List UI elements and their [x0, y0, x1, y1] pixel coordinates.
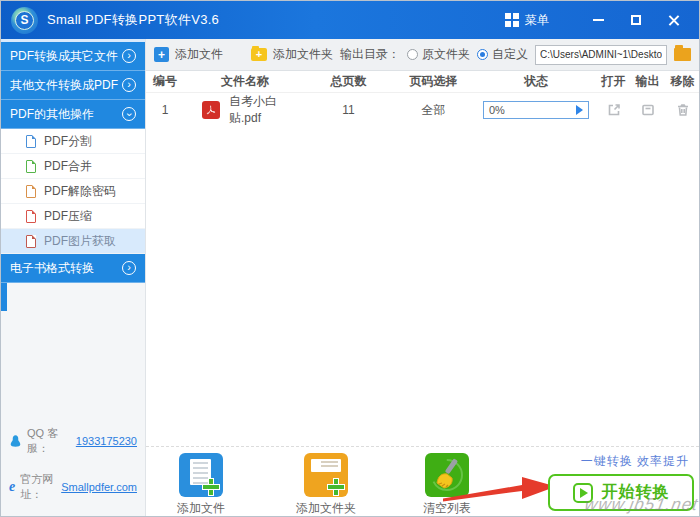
add-file-icon: +	[154, 47, 169, 62]
table-row: 1 自考小白贴.pdf 11 全部 0%	[146, 93, 699, 123]
open-external-icon	[606, 102, 622, 118]
chevron-down-icon: ›	[122, 107, 136, 121]
col-filename: 文件名称	[184, 73, 306, 90]
table-header: 编号 文件名称 总页数 页码选择 状态 打开 输出 移除	[146, 71, 699, 93]
file-name: 自考小白贴.pdf	[229, 93, 306, 127]
chevron-right-icon: ›	[122, 49, 136, 63]
add-file-big-icon	[179, 453, 223, 497]
sidebar-item-pdf-other-ops[interactable]: PDF的其他操作 ›	[1, 100, 145, 129]
pdf-file-icon	[202, 101, 220, 119]
radio-source-folder[interactable]: 原文件夹	[407, 46, 470, 63]
toolbar: + 添加文件 + 添加文件夹 输出目录： 原文件夹 自定义	[146, 39, 699, 71]
col-pages: 总页数	[306, 73, 391, 90]
promo-text: 一键转换 效率提升	[581, 453, 689, 470]
row-play-icon[interactable]	[576, 105, 583, 115]
col-output: 输出	[631, 73, 664, 90]
window-title: Small PDF转换PPT软件V3.6	[47, 11, 219, 29]
radio-unchecked-icon[interactable]	[407, 49, 418, 60]
sidebar-item-pdf-compress[interactable]: PDF压缩	[1, 204, 145, 229]
maximize-button[interactable]	[621, 8, 651, 32]
chevron-right-icon: ›	[122, 261, 136, 275]
bottom-bar: 添加文件 添加文件夹 清空列表	[146, 446, 699, 516]
browse-folder-icon[interactable]	[674, 48, 691, 61]
sidebar-item-pdf-unlock[interactable]: PDF解除密码	[1, 179, 145, 204]
progress-value: 0%	[489, 104, 505, 116]
output-dir-label: 输出目录：	[340, 46, 400, 63]
sidebar-item-pdf-to-other[interactable]: PDF转换成其它文件 ›	[1, 42, 145, 71]
app-logo-letter: S	[15, 11, 34, 30]
sidebar-item-pdf-image-extract[interactable]: PDF图片获取	[1, 229, 145, 254]
col-no: 编号	[146, 73, 184, 90]
row-number: 1	[146, 103, 184, 117]
radio-custom-folder[interactable]: 自定义	[477, 46, 528, 63]
col-page-select: 页码选择	[391, 73, 476, 90]
total-pages: 11	[306, 103, 391, 117]
play-icon	[573, 483, 593, 503]
close-button[interactable]	[659, 8, 689, 32]
app-window: S Small PDF转换PPT软件V3.6 菜单 PDF转换成其它文件 › 其…	[0, 0, 700, 517]
open-file-button[interactable]	[606, 102, 622, 118]
titlebar: S Small PDF转换PPT软件V3.6 菜单	[1, 1, 699, 39]
minimize-icon	[593, 19, 604, 21]
menu-button[interactable]: 菜单	[505, 12, 549, 29]
sidebar-accent-notch	[1, 283, 7, 311]
minimize-button[interactable]	[583, 8, 613, 32]
sidebar-item-pdf-split[interactable]: PDF分割	[1, 129, 145, 154]
remove-row-button[interactable]	[675, 102, 691, 118]
page-range[interactable]: 全部	[391, 102, 476, 119]
output-folder-button[interactable]	[640, 102, 656, 118]
annotation-arrow	[443, 477, 561, 505]
add-folder-big-icon	[304, 453, 348, 497]
sidebar: PDF转换成其它文件 › 其他文件转换成PDF › PDF的其他操作 › PDF…	[1, 39, 146, 516]
pdf-page-icon	[26, 160, 36, 173]
sidebar-item-ebook-convert[interactable]: 电子书格式转换 ›	[1, 254, 145, 283]
sidebar-item-pdf-merge[interactable]: PDF合并	[1, 154, 145, 179]
output-export-icon	[640, 102, 656, 118]
maximize-icon	[631, 15, 641, 25]
pdf-page-icon	[26, 185, 36, 198]
pdf-page-icon	[26, 135, 36, 148]
qq-icon	[9, 434, 22, 448]
sidebar-item-other-to-pdf[interactable]: 其他文件转换成PDF ›	[1, 71, 145, 100]
trash-icon	[675, 102, 691, 118]
start-convert-button[interactable]: 开始转换	[548, 474, 694, 511]
qq-number-link[interactable]: 1933175230	[76, 435, 137, 447]
col-status: 状态	[476, 73, 596, 90]
main-panel: + 添加文件 + 添加文件夹 输出目录： 原文件夹 自定义	[146, 39, 699, 516]
add-file-button[interactable]: + 添加文件	[154, 46, 223, 63]
menu-grid-icon	[505, 13, 519, 27]
sidebar-footer: QQ 客服： 1933175230 e 官方网址： Smallpdfer.com	[1, 418, 145, 510]
menu-label: 菜单	[525, 12, 549, 29]
browser-e-icon: e	[9, 480, 15, 494]
qq-service-label: QQ 客服：	[27, 426, 71, 456]
radio-checked-icon[interactable]	[477, 49, 488, 60]
col-remove: 移除	[664, 73, 700, 90]
col-open: 打开	[596, 73, 631, 90]
output-path-input[interactable]	[535, 45, 667, 65]
chevron-right-icon: ›	[122, 78, 136, 92]
add-file-big-button[interactable]: 添加文件	[158, 453, 244, 517]
add-folder-icon: +	[251, 48, 267, 61]
pdf-page-icon	[26, 235, 36, 248]
add-folder-big-button[interactable]: 添加文件夹	[283, 453, 369, 517]
close-icon	[668, 14, 680, 26]
pdf-page-icon	[26, 210, 36, 223]
app-logo-icon: S	[11, 7, 38, 34]
official-site-label: 官方网址：	[20, 472, 56, 502]
progress-bar: 0%	[483, 101, 589, 119]
official-site-link[interactable]: Smallpdfer.com	[61, 481, 137, 493]
add-folder-button[interactable]: + 添加文件夹	[251, 46, 333, 63]
